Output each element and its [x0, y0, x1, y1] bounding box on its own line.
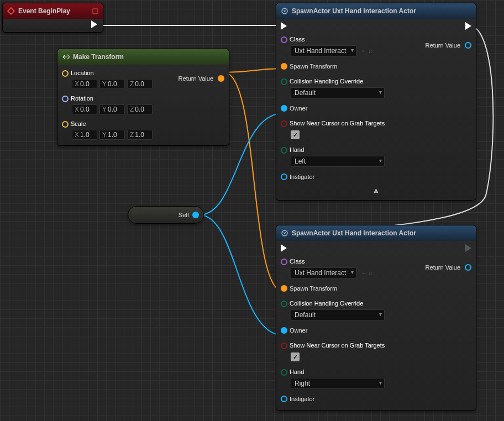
owner-pin[interactable]: [281, 327, 287, 334]
transform-label: Spawn Transform: [290, 285, 337, 292]
hand-pin[interactable]: [281, 369, 287, 376]
collision-pin[interactable]: [281, 78, 287, 85]
rotation-row: Rotation X0.0 Y0.0 Z0.0: [62, 93, 224, 114]
function-icon: [281, 229, 288, 237]
scl-y-input[interactable]: Y1.0: [99, 130, 125, 140]
instigator-pin[interactable]: [281, 396, 287, 402]
loc-y-input[interactable]: Y0.0: [99, 79, 125, 89]
rot-z-input[interactable]: Z0.0: [127, 104, 153, 114]
near-checkbox[interactable]: ✓: [291, 130, 300, 139]
node-header[interactable]: SpawnActor Uxt Hand Interaction Actor: [276, 3, 476, 19]
rotation-label: Rotation: [71, 95, 93, 102]
class-label: Class: [290, 258, 305, 265]
scl-z-input[interactable]: Z1.0: [127, 130, 153, 140]
instigator-label: Instigator: [290, 396, 314, 402]
return-label: Return Value: [426, 42, 460, 49]
owner-pin[interactable]: [281, 105, 287, 112]
near-pin[interactable]: [281, 343, 287, 349]
location-label: Location: [71, 70, 94, 76]
class-select[interactable]: Uxt Hand Interact: [291, 45, 356, 56]
transform-label: Spawn Transform: [290, 63, 337, 70]
delegate-pin-icon[interactable]: [92, 8, 98, 14]
self-pin[interactable]: [192, 212, 199, 218]
near-checkbox[interactable]: ✓: [291, 352, 300, 361]
owner-label: Owner: [290, 105, 307, 112]
node-event-beginplay[interactable]: Event BeginPlay: [2, 3, 103, 33]
return-pin[interactable]: [465, 264, 471, 271]
near-label: Show Near Cursor on Grab Targets: [290, 342, 385, 349]
node-title: Make Transform: [73, 53, 124, 61]
instigator-pin[interactable]: [281, 173, 287, 180]
near-label: Show Near Cursor on Grab Targets: [290, 120, 385, 127]
scl-x-input[interactable]: X1.0: [72, 130, 97, 140]
self-label: Self: [179, 212, 189, 218]
location-pin[interactable]: [62, 70, 69, 77]
collision-select[interactable]: Default: [291, 309, 385, 320]
owner-label: Owner: [290, 327, 307, 334]
instigator-label: Instigator: [290, 173, 314, 180]
node-self[interactable]: Self: [128, 206, 204, 224]
class-pin[interactable]: [281, 36, 287, 43]
scale-pin[interactable]: [62, 121, 69, 128]
hand-select[interactable]: Right: [291, 378, 385, 389]
exec-out-pin[interactable]: [91, 20, 97, 28]
exec-in-pin[interactable]: [281, 22, 287, 30]
return-label: Return Value: [179, 75, 213, 82]
return-label: Return Value: [426, 264, 460, 271]
rot-x-input[interactable]: X0.0: [72, 104, 97, 114]
hand-label: Hand: [290, 369, 304, 375]
event-icon: [7, 7, 15, 15]
class-pin[interactable]: [281, 259, 287, 265]
loc-z-input[interactable]: Z0.0: [127, 79, 153, 89]
collision-select[interactable]: Default: [291, 87, 385, 98]
near-pin[interactable]: [281, 120, 287, 127]
exec-in-pin[interactable]: [281, 244, 287, 252]
collision-label: Collision Handling Override: [290, 78, 363, 85]
scale-label: Scale: [71, 120, 86, 127]
function-icon: [281, 7, 288, 15]
loc-x-input[interactable]: X0.0: [72, 79, 97, 89]
node-title: Event BeginPlay: [18, 7, 70, 15]
class-select[interactable]: Uxt Hand Interact: [291, 267, 356, 278]
asset-nav-icons[interactable]: ←⌕: [361, 47, 372, 55]
function-icon: [62, 53, 70, 61]
node-spawn-2[interactable]: SpawnActor Uxt Hand Interaction Actor Cl…: [276, 225, 476, 411]
return-pin[interactable]: [465, 42, 471, 49]
hand-select[interactable]: Left: [291, 156, 385, 167]
rotation-pin[interactable]: [62, 96, 69, 102]
asset-nav-icons[interactable]: ←⌕: [361, 269, 372, 277]
scale-row: Scale X1.0 Y1.0 Z1.0: [62, 119, 224, 140]
exec-out-pin[interactable]: [465, 244, 471, 252]
node-header[interactable]: SpawnActor Uxt Hand Interaction Actor: [276, 225, 476, 241]
collision-label: Collision Handling Override: [290, 300, 363, 307]
location-row: Location X0.0 Y0.0 Z0.0 Return Value: [62, 68, 224, 89]
node-title: SpawnActor Uxt Hand Interaction Actor: [292, 229, 416, 237]
exec-out-pin[interactable]: [465, 22, 471, 30]
collision-pin[interactable]: [281, 301, 287, 307]
class-label: Class: [290, 36, 305, 43]
hand-label: Hand: [290, 146, 304, 153]
node-make-transform[interactable]: Make Transform Location X0.0 Y0.0 Z0.0 R…: [57, 49, 229, 146]
hand-pin[interactable]: [281, 147, 287, 154]
transform-pin[interactable]: [281, 63, 287, 70]
return-pin[interactable]: [218, 75, 224, 82]
node-spawn-1[interactable]: SpawnActor Uxt Hand Interaction Actor Cl…: [276, 3, 476, 201]
node-title: SpawnActor Uxt Hand Interaction Actor: [292, 7, 416, 15]
transform-pin[interactable]: [281, 285, 287, 292]
expand-icon[interactable]: ▲: [281, 182, 471, 194]
rot-y-input[interactable]: Y0.0: [99, 104, 125, 114]
node-header[interactable]: Event BeginPlay: [3, 3, 103, 19]
node-header[interactable]: Make Transform: [57, 49, 229, 65]
